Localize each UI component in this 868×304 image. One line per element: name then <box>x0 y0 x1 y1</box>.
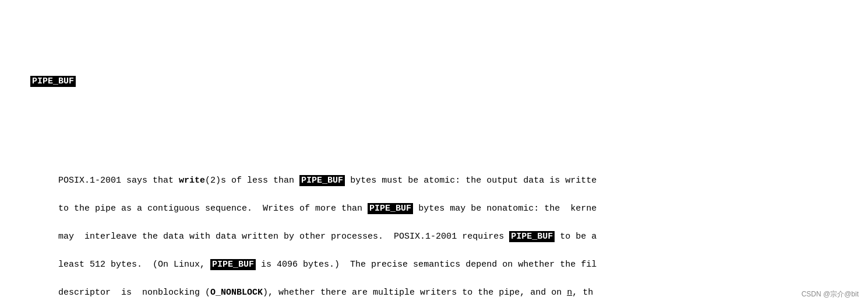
watermark: CSDN @宗介@bit <box>802 289 859 299</box>
intro-line3: may interleave the data with data writte… <box>58 231 597 242</box>
main-content: PIPE_BUF POSIX.1-2001 says that write(2)… <box>0 0 868 304</box>
pipe-buf-label: PIPE_BUF <box>30 76 76 87</box>
pipe-buf-heading: PIPE_BUF <box>9 61 859 103</box>
intro-paragraph: POSIX.1-2001 says that write(2)s of less… <box>37 160 859 304</box>
intro-line5: descriptor is nonblocking (O_NONBLOCK), … <box>58 288 593 298</box>
intro-line4: least 512 bytes. (On Linux, PIPE_BUF is … <box>58 259 597 270</box>
intro-line2: to the pipe as a contiguous sequence. Wr… <box>58 203 597 214</box>
intro-line1: POSIX.1-2001 says that write(2)s of less… <box>58 175 597 186</box>
